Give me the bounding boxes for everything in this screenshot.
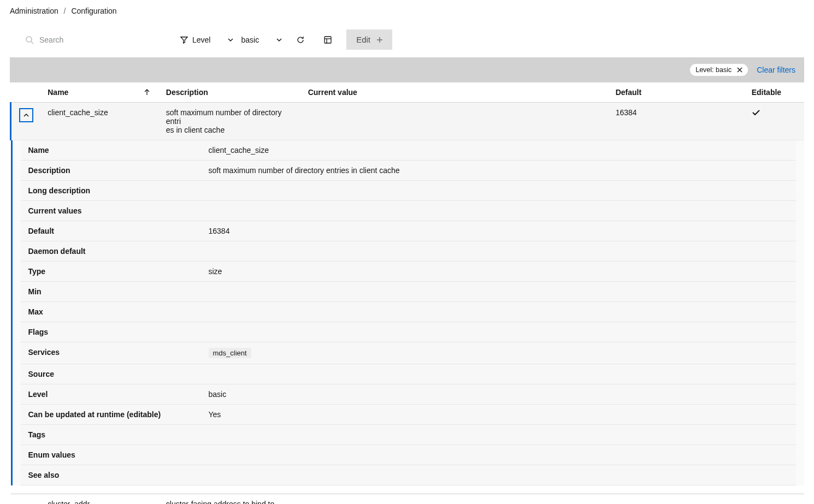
expand-toggle[interactable] (19, 500, 33, 504)
cell-default: - (609, 494, 745, 505)
table-row[interactable]: cluster_addr cluster-facing address to b… (11, 494, 805, 505)
cell-default: 16384 (609, 103, 745, 140)
columns-button[interactable] (319, 31, 337, 49)
col-header-current-value[interactable]: Current value (302, 82, 609, 103)
refresh-button[interactable] (292, 31, 309, 49)
cell-current-value (302, 103, 609, 140)
col-header-description[interactable]: Description (160, 82, 302, 103)
table-row[interactable]: client_cache_size soft maximum number of… (11, 103, 805, 140)
toolbar: Level basic Edit (10, 22, 804, 57)
sort-asc-icon (144, 89, 150, 96)
svg-line-1 (31, 41, 33, 44)
svg-point-0 (26, 37, 32, 42)
service-badge: mds_client (209, 348, 251, 358)
svg-rect-2 (325, 37, 331, 43)
cell-name: cluster_addr (41, 494, 160, 505)
cell-description: soft maximum number of directory entri e… (160, 103, 302, 140)
cell-name: client_cache_size (41, 103, 160, 140)
breadcrumb-current: Configuration (71, 7, 116, 15)
col-header-default[interactable]: Default (609, 82, 745, 103)
close-icon[interactable] (737, 67, 742, 73)
edit-button[interactable]: Edit (346, 29, 392, 50)
cell-description: cluster-facing address to bind to (160, 494, 302, 505)
filter-icon (180, 36, 188, 44)
expand-toggle[interactable] (19, 108, 33, 122)
search-input[interactable] (39, 35, 138, 44)
check-icon (752, 108, 760, 117)
level-value-dropdown[interactable]: basic (241, 35, 282, 44)
cell-editable (745, 103, 804, 140)
search-icon (25, 35, 34, 44)
col-header-editable[interactable]: Editable (745, 82, 804, 103)
filter-bar: Level: basic Clear filters (10, 57, 804, 82)
col-header-name[interactable]: Name (41, 82, 160, 103)
plus-icon (377, 37, 382, 43)
chevron-down-icon (276, 37, 282, 43)
filter-chip-level: Level: basic (690, 64, 748, 76)
breadcrumb-parent[interactable]: Administration (10, 7, 58, 15)
clear-filters-link[interactable]: Clear filters (757, 66, 795, 74)
level-filter-dropdown[interactable]: Level (180, 35, 233, 44)
config-table: Name Description Current value Default E… (10, 82, 804, 504)
cell-current-value (302, 494, 609, 505)
chevron-up-icon (23, 112, 29, 118)
chevron-down-icon (228, 37, 233, 43)
breadcrumb: Administration / Configuration (10, 0, 804, 22)
row-detail-panel: Nameclient_cache_size Descriptionsoft ma… (11, 140, 805, 485)
